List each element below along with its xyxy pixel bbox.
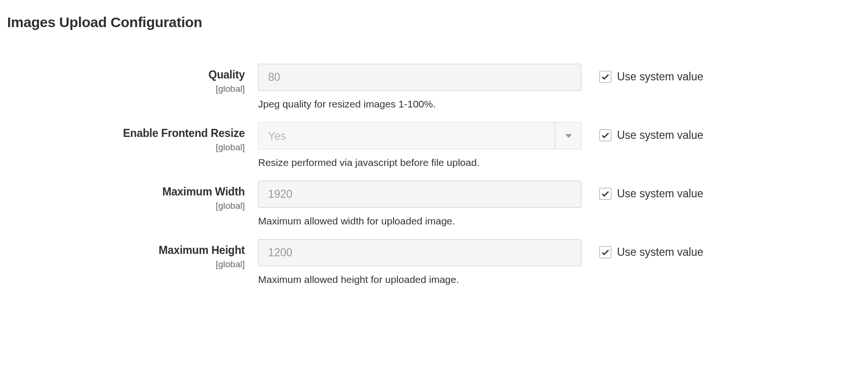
quality-label: Quality bbox=[7, 68, 245, 82]
field-system-col: Use system value bbox=[581, 181, 704, 200]
field-label-col: Maximum Width [global] bbox=[7, 181, 258, 212]
field-row-quality: Quality [global] Jpeg quality for resize… bbox=[7, 64, 861, 110]
frontend-resize-help: Resize performed via javascript before f… bbox=[258, 157, 581, 168]
frontend-resize-use-system-checkbox[interactable]: Use system value bbox=[599, 129, 704, 142]
max-height-use-system-checkbox[interactable]: Use system value bbox=[599, 246, 704, 259]
field-label-col: Quality [global] bbox=[7, 64, 258, 95]
checkbox-box bbox=[599, 71, 611, 83]
use-system-label: Use system value bbox=[617, 187, 704, 200]
max-height-input[interactable] bbox=[258, 239, 581, 266]
frontend-resize-select[interactable]: Yes bbox=[258, 122, 581, 149]
frontend-resize-label: Enable Frontend Resize bbox=[7, 127, 245, 140]
quality-input[interactable] bbox=[258, 64, 581, 91]
max-width-use-system-checkbox[interactable]: Use system value bbox=[599, 187, 704, 200]
quality-use-system-checkbox[interactable]: Use system value bbox=[599, 70, 704, 83]
max-height-help: Maximum allowed height for uploaded imag… bbox=[258, 274, 581, 285]
field-row-frontend-resize: Enable Frontend Resize [global] Yes Resi… bbox=[7, 122, 861, 168]
use-system-label: Use system value bbox=[617, 129, 704, 142]
field-input-col: Yes Resize performed via javascript befo… bbox=[258, 122, 581, 168]
checkbox-box bbox=[599, 188, 611, 200]
max-width-help: Maximum allowed width for uploaded image… bbox=[258, 215, 581, 227]
field-input-col: Maximum allowed height for uploaded imag… bbox=[258, 239, 581, 285]
field-row-max-height: Maximum Height [global] Maximum allowed … bbox=[7, 239, 861, 285]
checkbox-box bbox=[599, 129, 611, 141]
field-system-col: Use system value bbox=[581, 122, 704, 142]
field-input-col: Maximum allowed width for uploaded image… bbox=[258, 181, 581, 227]
use-system-label: Use system value bbox=[617, 246, 704, 259]
field-row-max-width: Maximum Width [global] Maximum allowed w… bbox=[7, 181, 861, 227]
max-width-scope: [global] bbox=[7, 200, 245, 213]
field-system-col: Use system value bbox=[581, 239, 704, 259]
max-height-scope: [global] bbox=[7, 258, 245, 271]
quality-scope: [global] bbox=[7, 83, 245, 96]
config-fields: Quality [global] Jpeg quality for resize… bbox=[7, 64, 861, 285]
field-label-col: Maximum Height [global] bbox=[7, 239, 258, 271]
field-label-col: Enable Frontend Resize [global] bbox=[7, 122, 258, 154]
select-wrapper: Yes bbox=[258, 122, 581, 149]
frontend-resize-scope: [global] bbox=[7, 141, 245, 154]
checkbox-box bbox=[599, 246, 611, 258]
max-width-input[interactable] bbox=[258, 181, 581, 208]
check-icon bbox=[602, 74, 609, 80]
max-width-label: Maximum Width bbox=[7, 185, 245, 199]
max-height-label: Maximum Height bbox=[7, 244, 245, 257]
quality-help: Jpeg quality for resized images 1-100%. bbox=[258, 98, 581, 110]
use-system-label: Use system value bbox=[617, 70, 704, 83]
check-icon bbox=[602, 250, 609, 255]
check-icon bbox=[602, 133, 609, 138]
field-input-col: Jpeg quality for resized images 1-100%. bbox=[258, 64, 581, 110]
check-icon bbox=[602, 191, 609, 197]
field-system-col: Use system value bbox=[581, 64, 704, 83]
section-title: Images Upload Configuration bbox=[7, 14, 861, 30]
